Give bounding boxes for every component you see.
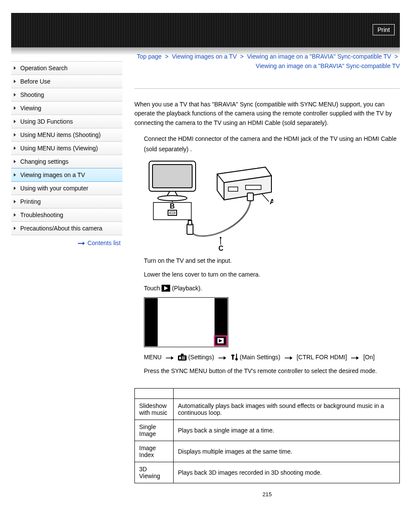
caret-right-icon	[14, 106, 16, 110]
svg-rect-29	[182, 357, 185, 358]
step4-pre-text: Touch	[144, 285, 162, 292]
illus-label-b: B	[170, 202, 175, 210]
sidebar-item-printing[interactable]: Printing	[11, 195, 122, 208]
svg-marker-1	[83, 242, 85, 245]
wrench-icon	[230, 354, 240, 361]
mode-name: Single Image	[135, 420, 174, 441]
caret-right-icon	[14, 213, 16, 217]
svg-rect-3	[153, 165, 192, 188]
svg-rect-14	[247, 193, 253, 201]
sidebar-item-label: Using MENU items (Shooting)	[20, 131, 101, 138]
caret-right-icon	[14, 200, 16, 203]
sidebar-item-troubleshooting[interactable]: Troubleshooting	[11, 208, 122, 222]
main-content: Top page > Viewing images on a TV > View…	[134, 52, 400, 498]
table-row: Slideshow with music Automatically plays…	[135, 399, 400, 420]
illus-label-c: C	[218, 245, 224, 252]
svg-rect-31	[181, 354, 184, 356]
menu-settings-label: (Settings)	[188, 354, 214, 361]
sidebar-item-menu-viewing[interactable]: Using MENU items (Viewing)	[11, 142, 122, 155]
mode-desc: Plays back 3D images recorded in 3D shoo…	[174, 462, 400, 483]
arrow-right-icon	[285, 352, 293, 363]
mode-desc: Displays multiple images at the same tim…	[174, 441, 400, 462]
sidebar-item-label: Changing settings	[20, 158, 68, 165]
sidebar-item-viewing[interactable]: Viewing	[11, 102, 122, 115]
svg-marker-33	[224, 356, 226, 360]
menu-path: MENU (Settings) (Main Settings) [CTRL FO…	[144, 352, 400, 363]
header-bar: Print	[11, 13, 400, 47]
caret-right-icon	[14, 66, 16, 70]
contents-list-link[interactable]: Contents list	[78, 240, 121, 246]
playback-icon	[162, 285, 172, 292]
svg-rect-28	[179, 357, 181, 359]
svg-marker-37	[356, 356, 359, 360]
sidebar-item-shooting[interactable]: Shooting	[11, 88, 122, 102]
sidebar-item-operation-search[interactable]: Operation Search	[11, 62, 122, 75]
sidebar-item-precautions[interactable]: Precautions/About this camera	[11, 222, 122, 235]
sidebar-item-3d-functions[interactable]: Using 3D Functions	[11, 115, 122, 128]
menu-on-label: [On]	[363, 354, 374, 361]
step-lower-lens: Lower the lens cover to turn on the came…	[144, 270, 400, 280]
caret-right-icon	[14, 120, 16, 123]
divider	[134, 88, 400, 89]
table-header-desc	[174, 389, 400, 399]
svg-rect-6	[228, 187, 238, 191]
sidebar-item-label: Shooting	[20, 91, 44, 98]
step4-post-text: (Playback).	[172, 285, 202, 292]
caret-right-icon	[14, 146, 16, 150]
menu-label: MENU	[144, 354, 162, 361]
caret-right-icon	[14, 173, 16, 177]
sidebar-item-label: Precautions/About this camera	[20, 225, 103, 232]
sidebar-nav: Operation Search Before Use Shooting Vie…	[11, 61, 122, 235]
svg-marker-35	[290, 356, 293, 360]
caret-right-icon	[14, 93, 16, 96]
sidebar-item-label: Troubleshooting	[20, 212, 63, 218]
sidebar-item-label: Using MENU items (Viewing)	[20, 145, 98, 152]
sidebar-item-label: Using with your computer	[20, 185, 88, 192]
breadcrumb-bravia-sync-2[interactable]: Viewing an image on a "BRAVIA" Sync-comp…	[256, 62, 400, 69]
sidebar-item-label: Before Use	[20, 78, 50, 85]
connection-illustration: A B	[144, 159, 273, 252]
sidebar-item-label: Viewing	[20, 105, 41, 112]
table-row: 3D Viewing Plays back 3D images recorded…	[135, 462, 400, 483]
arrow-right-icon	[78, 240, 85, 246]
menu-main-settings-label: (Main Settings)	[240, 354, 280, 361]
step-turn-on-tv: Turn on the TV and set the input.	[144, 256, 400, 266]
caret-right-icon	[14, 160, 16, 163]
svg-rect-13	[188, 221, 192, 225]
arrow-right-icon	[218, 352, 226, 363]
sidebar-item-label: Using 3D Functions	[20, 118, 73, 125]
arrow-right-icon	[166, 352, 174, 363]
step-touch-playback: Touch (Playback).	[144, 283, 400, 294]
illus-label-a: A	[270, 198, 273, 205]
table-row: Image Index Displays multiple images at …	[135, 441, 400, 462]
mode-name: Slideshow with music	[135, 399, 174, 420]
sidebar-item-changing-settings[interactable]: Changing settings	[11, 155, 122, 168]
svg-line-7	[262, 194, 269, 202]
svg-marker-26	[171, 356, 174, 360]
intro-paragraph: When you use a TV that has "BRAVIA" Sync…	[134, 100, 400, 128]
step-connect-hdmi: Connect the HDMI connector of the camera…	[144, 134, 400, 155]
print-button[interactable]: Print	[373, 24, 395, 35]
svg-rect-5	[246, 185, 261, 190]
mode-desc: Automatically plays back images with sou…	[174, 399, 400, 420]
sidebar-item-menu-shooting[interactable]: Using MENU items (Shooting)	[11, 128, 122, 142]
table-header-name	[135, 389, 174, 399]
sidebar-item-before-use[interactable]: Before Use	[11, 75, 122, 88]
sidebar-item-viewing-tv[interactable]: Viewing images on a TV	[11, 168, 122, 182]
caret-right-icon	[14, 227, 16, 230]
contents-list-label: Contents list	[87, 240, 121, 246]
lcd-illustration	[144, 297, 228, 347]
caret-right-icon	[14, 80, 16, 83]
arrow-right-icon	[351, 352, 359, 363]
svg-rect-30	[182, 358, 185, 359]
sidebar-item-label: Viewing images on a TV	[20, 171, 85, 178]
caret-right-icon	[14, 133, 16, 137]
svg-rect-20	[145, 298, 158, 346]
sidebar: Operation Search Before Use Shooting Vie…	[11, 52, 122, 498]
page-number: 215	[134, 491, 400, 498]
sidebar-item-using-computer[interactable]: Using with your computer	[11, 182, 122, 195]
settings-icon	[178, 354, 188, 361]
mode-desc: Plays back a single image at a time.	[174, 420, 400, 441]
svg-rect-10	[170, 212, 175, 214]
svg-rect-12	[187, 224, 193, 234]
